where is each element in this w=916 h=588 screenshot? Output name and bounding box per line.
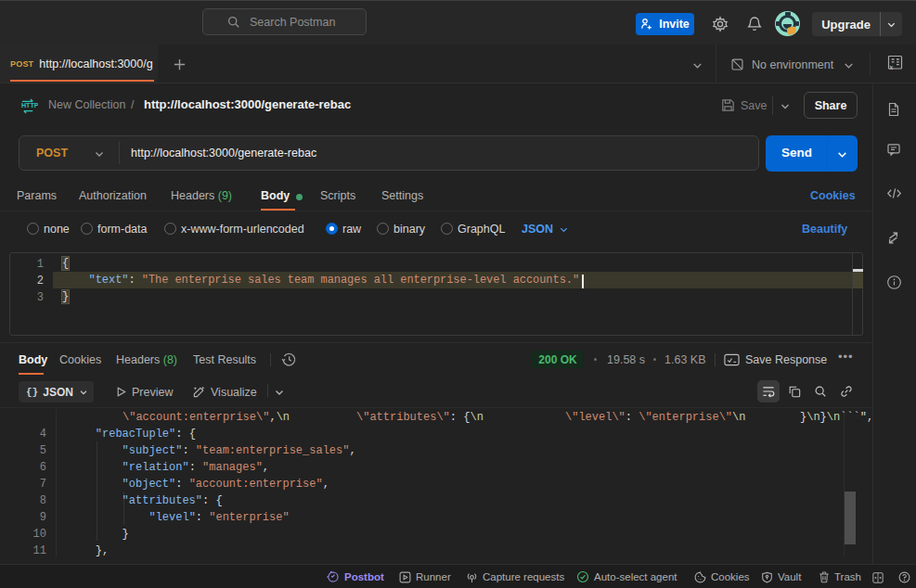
svg-text:x: x	[888, 62, 894, 70]
svg-text:HTTP: HTTP	[21, 102, 38, 109]
